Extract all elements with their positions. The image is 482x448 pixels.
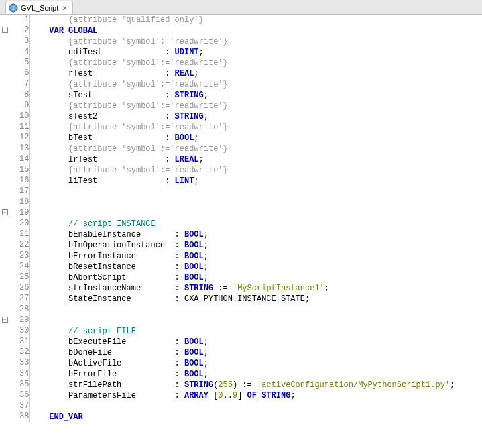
code-content[interactable]: [29, 315, 482, 326]
line-number: 13: [9, 144, 29, 154]
code-line: 8 sTest : STRING;: [0, 90, 482, 101]
code-content[interactable]: VAR_GLOBAL: [29, 25, 482, 36]
line-number: 31: [9, 337, 29, 347]
fold-toggle-icon[interactable]: −: [2, 317, 8, 323]
code-content[interactable]: [29, 186, 482, 197]
code-content[interactable]: [29, 304, 482, 315]
globe-icon: [9, 3, 18, 13]
fold-gutter: [0, 47, 9, 58]
line-number: 34: [9, 369, 29, 380]
fold-gutter: [0, 15, 9, 25]
code-content[interactable]: {attribute 'symbol':='readwrite'}: [29, 79, 482, 90]
code-content[interactable]: bExecuteFile : BOOL;: [29, 337, 482, 347]
code-content[interactable]: END_VAR: [29, 412, 482, 423]
code-line: 35 strFilePath : STRING(255) := 'activeC…: [0, 380, 482, 390]
line-number: 23: [9, 251, 29, 262]
code-line: 11 {attribute 'symbol':='readwrite'}: [0, 122, 482, 133]
line-number: 35: [9, 380, 29, 390]
close-icon[interactable]: ×: [61, 4, 68, 12]
code-content[interactable]: [29, 401, 482, 412]
code-content[interactable]: bErrorInstance : BOOL;: [29, 251, 482, 262]
fold-gutter: [0, 154, 9, 165]
code-content[interactable]: bErrorFile : BOOL;: [29, 369, 482, 380]
code-content[interactable]: sTest2 : STRING;: [29, 111, 482, 122]
code-content[interactable]: bEnableInstance : BOOL;: [29, 229, 482, 240]
code-line: 23 bErrorInstance : BOOL;: [0, 251, 482, 262]
tab-bar: GVL_Script ×: [0, 0, 482, 15]
code-line: 24 bResetInstance : BOOL;: [0, 262, 482, 272]
code-content[interactable]: sTest : STRING;: [29, 90, 482, 101]
code-content[interactable]: lrTest : LREAL;: [29, 154, 482, 165]
code-line: 10 sTest2 : STRING;: [0, 111, 482, 122]
code-line: 6 rTest : REAL;: [0, 68, 482, 79]
code-line: 26 strInstanceName : STRING := 'MyScript…: [0, 283, 482, 294]
code-content[interactable]: liTest : LINT;: [29, 176, 482, 186]
code-line: 36 ParametersFile : ARRAY [0..9] OF STRI…: [0, 390, 482, 401]
fold-gutter: [0, 358, 9, 369]
fold-gutter: [0, 251, 9, 262]
line-number: 10: [9, 111, 29, 122]
line-number: 14: [9, 154, 29, 165]
code-line: −19: [0, 208, 482, 219]
fold-gutter: [0, 90, 9, 101]
code-content[interactable]: // script INSTANCE: [29, 219, 482, 229]
code-content[interactable]: ParametersFile : ARRAY [0..9] OF STRING;: [29, 390, 482, 401]
code-content[interactable]: bTest : BOOL;: [29, 133, 482, 144]
line-number: 28: [9, 304, 29, 315]
code-line: 32 bDoneFile : BOOL;: [0, 347, 482, 358]
code-content[interactable]: strInstanceName : STRING := 'MyScriptIns…: [29, 283, 482, 294]
code-content[interactable]: [29, 208, 482, 219]
code-line: 33 bActiveFile : BOOL;: [0, 358, 482, 369]
code-content[interactable]: bInOperationInstance : BOOL;: [29, 240, 482, 251]
fold-gutter: [0, 197, 9, 208]
code-content[interactable]: strFilePath : STRING(255) := 'activeConf…: [29, 380, 482, 390]
code-content[interactable]: bResetInstance : BOOL;: [29, 262, 482, 272]
code-content[interactable]: rTest : REAL;: [29, 68, 482, 79]
line-number: 9: [9, 101, 29, 111]
code-line: 4 udiTest : UDINT;: [0, 47, 482, 58]
code-content[interactable]: bDoneFile : BOOL;: [29, 347, 482, 358]
line-number: 12: [9, 133, 29, 144]
line-number: 27: [9, 294, 29, 304]
code-content[interactable]: {attribute 'qualified_only'}: [29, 15, 482, 25]
code-content[interactable]: {attribute 'symbol':='readwrite'}: [29, 122, 482, 133]
code-content[interactable]: {attribute 'symbol':='readwrite'}: [29, 58, 482, 68]
fold-toggle-icon[interactable]: −: [2, 27, 8, 33]
line-number: 2: [9, 25, 29, 36]
code-line: 17: [0, 186, 482, 197]
tab-gvl-script[interactable]: GVL_Script ×: [5, 1, 73, 14]
fold-gutter: [0, 401, 9, 412]
code-line: 1 {attribute 'qualified_only'}: [0, 15, 482, 25]
code-content[interactable]: [29, 197, 482, 208]
fold-gutter: [0, 122, 9, 133]
tab-title: GVL_Script: [21, 4, 58, 12]
line-number: 38: [9, 412, 29, 423]
line-number: 16: [9, 176, 29, 186]
fold-gutter: [0, 79, 9, 90]
code-content[interactable]: StateInstance : CXA_PYTHON.INSTANCE_STAT…: [29, 294, 482, 304]
code-line: −2 VAR_GLOBAL: [0, 25, 482, 36]
code-line: 22 bInOperationInstance : BOOL;: [0, 240, 482, 251]
fold-gutter: [0, 101, 9, 111]
code-content[interactable]: {attribute 'symbol':='readwrite'}: [29, 101, 482, 111]
code-content[interactable]: bActiveFile : BOOL;: [29, 358, 482, 369]
line-number: 7: [9, 79, 29, 90]
code-line: 34 bErrorFile : BOOL;: [0, 369, 482, 380]
code-content[interactable]: bAbortScript : BOOL;: [29, 272, 482, 283]
code-content[interactable]: {attribute 'symbol':='readwrite'}: [29, 165, 482, 176]
line-number: 32: [9, 347, 29, 358]
fold-gutter: [0, 326, 9, 337]
code-content[interactable]: {attribute 'symbol':='readwrite'}: [29, 144, 482, 154]
code-line: 16 liTest : LINT;: [0, 176, 482, 186]
line-number: 1: [9, 15, 29, 25]
code-content[interactable]: // script FILE: [29, 326, 482, 337]
code-content[interactable]: {attribute 'symbol':='readwrite'}: [29, 36, 482, 47]
line-number: 30: [9, 326, 29, 337]
code-line: 21 bEnableInstance : BOOL;: [0, 229, 482, 240]
line-number: 37: [9, 401, 29, 412]
line-number: 22: [9, 240, 29, 251]
code-editor[interactable]: 1 {attribute 'qualified_only'}−2 VAR_GLO…: [0, 15, 482, 448]
fold-gutter: [0, 347, 9, 358]
code-content[interactable]: udiTest : UDINT;: [29, 47, 482, 58]
fold-toggle-icon[interactable]: −: [2, 209, 8, 215]
